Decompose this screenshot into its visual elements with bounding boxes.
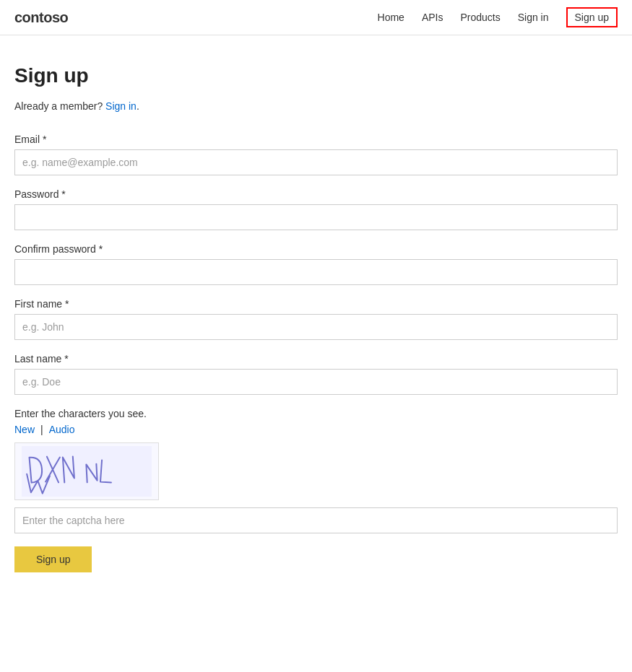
- first-name-group: First name *: [14, 298, 618, 340]
- last-name-label: Last name *: [14, 353, 618, 365]
- nav-signup[interactable]: Sign up: [566, 7, 618, 27]
- password-field[interactable]: [14, 204, 618, 230]
- nav-signin[interactable]: Sign in: [518, 12, 549, 23]
- signin-link[interactable]: Sign in: [105, 100, 137, 112]
- page-title: Sign up: [14, 64, 618, 87]
- main-content: Sign up Already a member? Sign in. Email…: [0, 35, 632, 601]
- period: .: [137, 100, 139, 112]
- nav-apis[interactable]: APIs: [422, 12, 443, 23]
- captcha-image: [14, 442, 159, 500]
- header: contoso Home APIs Products Sign in Sign …: [0, 0, 632, 35]
- last-name-field[interactable]: [14, 369, 618, 395]
- password-group: Password *: [14, 188, 618, 230]
- captcha-audio-link[interactable]: Audio: [49, 424, 75, 435]
- last-name-group: Last name *: [14, 353, 618, 395]
- captcha-links: New | Audio: [14, 424, 618, 435]
- nav-products[interactable]: Products: [460, 12, 500, 23]
- captcha-section: Enter the characters you see. New | Audi…: [14, 408, 618, 533]
- captcha-svg: [22, 446, 152, 497]
- confirm-password-label: Confirm password *: [14, 243, 618, 255]
- logo: contoso: [14, 9, 68, 26]
- email-group: Email *: [14, 134, 618, 175]
- first-name-field[interactable]: [14, 314, 618, 340]
- email-field[interactable]: [14, 149, 618, 175]
- already-member-text: Already a member? Sign in.: [14, 100, 618, 112]
- submit-group: Sign up: [14, 546, 618, 572]
- already-member-label: Already a member?: [14, 100, 103, 112]
- captcha-instruction: Enter the characters you see.: [14, 408, 618, 419]
- nav-home[interactable]: Home: [378, 12, 404, 23]
- password-label: Password *: [14, 188, 618, 200]
- nav: Home APIs Products Sign in Sign up: [378, 7, 618, 27]
- email-label: Email *: [14, 134, 618, 145]
- first-name-label: First name *: [14, 298, 618, 310]
- confirm-password-field[interactable]: [14, 259, 618, 285]
- captcha-separator: |: [40, 424, 43, 435]
- captcha-input[interactable]: [14, 507, 618, 533]
- captcha-new-link[interactable]: New: [14, 424, 35, 435]
- signup-button[interactable]: Sign up: [14, 546, 92, 572]
- confirm-password-group: Confirm password *: [14, 243, 618, 285]
